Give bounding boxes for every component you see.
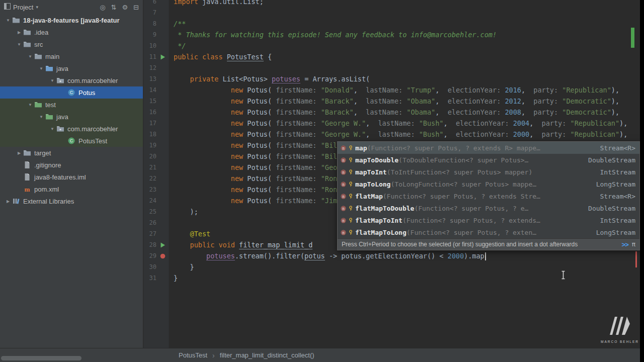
code-token: party: xyxy=(529,97,562,105)
code-line-8: 8/** xyxy=(143,18,640,29)
mouse-cursor-icon xyxy=(560,270,566,282)
expand-arrow-icon[interactable]: ▼ xyxy=(26,103,34,107)
code-token xyxy=(174,186,231,194)
code-text[interactable]: new Potus( firstName: "Bil xyxy=(169,151,337,162)
tree-item-com-marcobehler[interactable]: ▼ com.marcobehler xyxy=(0,74,143,86)
tree-item-gitignore[interactable]: .gitignore xyxy=(0,159,143,171)
completion-item-flatmaptolong[interactable]: mflatMapToLong(Function<? super Potus, ?… xyxy=(338,226,639,238)
completion-item-map[interactable]: mmap(Function<? super Potus, ? extends R… xyxy=(338,142,639,154)
maven-icon: m xyxy=(23,185,32,193)
tree-item-idea[interactable]: ▶ .idea xyxy=(0,26,143,38)
code-text[interactable]: new Potus( firstName: "George W.", lastN… xyxy=(169,118,627,129)
completion-item-maptodouble[interactable]: mmapToDouble(ToDoubleFunction<? super Po… xyxy=(338,154,639,166)
tree-item-test[interactable]: ▼ test xyxy=(0,99,143,111)
expand-arrow-icon[interactable]: ▶ xyxy=(15,151,23,155)
pi-icon[interactable]: π xyxy=(632,241,635,248)
expand-arrow-icon[interactable]: ▼ xyxy=(15,42,23,47)
completion-item-flatmap[interactable]: mflatMap(Function<? super Potus, ? exten… xyxy=(338,190,639,202)
expand-arrow-icon[interactable]: ▼ xyxy=(48,78,56,83)
public-visibility-icon xyxy=(348,169,355,175)
code-text[interactable]: public void filter_map_limit_d xyxy=(169,239,312,250)
code-text[interactable]: new Potus( firstName: "Barack", lastName… xyxy=(169,107,619,118)
line-number: 17 xyxy=(143,118,156,129)
completion-item-maptolong[interactable]: mmapToLong(ToLongFunction<? super Potus>… xyxy=(338,178,639,190)
code-text[interactable]: ); xyxy=(169,206,198,217)
expand-arrow-icon[interactable]: ▼ xyxy=(4,18,12,23)
code-token: ), xyxy=(611,108,619,116)
line-number: 18 xyxy=(143,129,156,140)
code-text[interactable]: new Potus( firstName: "George W.", lastN… xyxy=(169,129,627,140)
code-text[interactable]: new Potus( firstName: "Ron xyxy=(169,184,337,195)
expand-arrow-icon[interactable]: ▼ xyxy=(37,66,45,71)
code-text[interactable]: public class PotusTest { xyxy=(169,51,272,62)
code-text[interactable]: new Potus( firstName: "Bil xyxy=(169,140,337,151)
code-token: firstName: xyxy=(272,152,321,160)
line-number: 20 xyxy=(143,151,156,162)
tree-item-java[interactable]: ▼ java xyxy=(0,111,143,123)
settings-icon[interactable]: ⚙ xyxy=(122,4,128,11)
tree-item-java8-features-iml[interactable]: java8-features.iml xyxy=(0,171,143,183)
locate-icon[interactable]: ◎ xyxy=(100,4,105,11)
tree-item-src[interactable]: ▼ src xyxy=(0,38,143,50)
breakpoint-icon[interactable] xyxy=(156,253,169,259)
completion-item-maptoint[interactable]: mmapToInt(ToIntFunction<? super Potus> m… xyxy=(338,166,639,178)
code-text[interactable]: new Potus( firstName: "Donald", lastName… xyxy=(169,84,619,96)
expand-arrow-icon[interactable]: ▶ xyxy=(15,30,23,35)
tree-item-pom-xml[interactable]: mpom.xml xyxy=(0,183,143,195)
code-text[interactable]: private List<Potus> potuses = Arrays.asL… xyxy=(169,73,370,84)
code-token: = Arrays.asList( xyxy=(300,75,370,83)
tree-item-com-marcobehler[interactable]: ▼ com.marcobehler xyxy=(0,123,143,135)
tree-item-target[interactable]: ▶ target xyxy=(0,147,143,159)
completion-method-name: mapToDouble xyxy=(355,156,398,164)
tree-item-external-libraries[interactable]: ▶External Libraries xyxy=(0,195,143,207)
tree-item-potustest[interactable]: CPotusTest xyxy=(0,135,143,147)
code-text[interactable]: * Thanks for watching this episode! Send… xyxy=(169,29,497,40)
code-text[interactable]: potuses.stream().filter(potus -> potus.g… xyxy=(169,250,486,261)
collapse-all-icon[interactable]: ⇅ xyxy=(111,4,117,11)
completion-item-flatmaptoint[interactable]: mflatMapToInt(Function<? super Potus, ? … xyxy=(338,214,639,226)
project-panel-title[interactable]: Project xyxy=(13,4,33,11)
run-test-icon[interactable] xyxy=(156,242,169,248)
chevron-down-icon[interactable]: ▾ xyxy=(36,5,38,10)
code-text[interactable]: new Potus( firstName: "Ron xyxy=(169,173,337,184)
expand-arrow-icon[interactable]: ▶ xyxy=(4,199,12,204)
run-test-icon[interactable] xyxy=(156,54,169,60)
public-visibility-icon xyxy=(348,194,355,199)
code-text[interactable]: } xyxy=(169,273,178,284)
completion-item-flatmaptodouble[interactable]: mflatMapToDouble(Function<? super Potus,… xyxy=(338,202,639,214)
code-token: Potus( xyxy=(243,141,272,149)
code-text[interactable]: new Potus( firstName: "Geo xyxy=(169,162,337,173)
tree-item-java[interactable]: ▼ java xyxy=(0,62,143,74)
code-text[interactable]: import java.util.List; xyxy=(169,0,264,7)
code-text[interactable]: /** xyxy=(169,18,186,29)
breadcrumb-method[interactable]: filter_map_limit_distinct_collect() xyxy=(219,351,315,359)
code-text[interactable]: new Potus( firstName: "Jim xyxy=(169,195,337,206)
tree-item-18-java-8-features-java8-featur[interactable]: ▼ 18-java-8-features [java8-featur xyxy=(0,14,143,26)
scrollbar-error-marker[interactable] xyxy=(635,251,637,267)
code-token: new xyxy=(231,152,243,160)
code-text[interactable]: new Potus( firstName: "Barack", lastName… xyxy=(169,96,619,107)
expand-arrow-icon[interactable]: ▼ xyxy=(37,115,45,119)
code-text[interactable]: } xyxy=(169,261,194,273)
hide-panel-icon[interactable]: ⊟ xyxy=(133,4,139,11)
breadcrumb-class[interactable]: PotusTest xyxy=(178,351,208,359)
code-token: /** xyxy=(174,20,186,28)
code-token: "Democratic" xyxy=(562,97,611,105)
code-line-14: 14 new Potus( firstName: "Donald", lastN… xyxy=(143,84,640,96)
tree-item-main[interactable]: ▼ main xyxy=(0,50,143,62)
tree-item-label: java8-features.iml xyxy=(32,173,86,181)
code-token xyxy=(174,86,231,94)
code-text[interactable]: @Test xyxy=(169,228,210,239)
code-token xyxy=(174,97,231,105)
navigation-breadcrumb-bar: PotusTest › filter_map_limit_distinct_co… xyxy=(0,348,640,362)
expand-arrow-icon[interactable]: ▼ xyxy=(48,127,56,131)
sort-by-relevance-icon[interactable]: >> xyxy=(622,241,628,248)
code-token: , xyxy=(529,119,537,127)
code-token: "Jim xyxy=(321,197,338,205)
expand-arrow-icon[interactable]: ▼ xyxy=(26,54,34,59)
code-text[interactable]: */ xyxy=(169,40,186,51)
scrollbar-change-marker[interactable] xyxy=(631,28,634,48)
tree-item-potus[interactable]: CPotus xyxy=(0,86,143,99)
horizontal-scrollbar[interactable] xyxy=(1,356,82,360)
code-token: new xyxy=(231,141,243,149)
